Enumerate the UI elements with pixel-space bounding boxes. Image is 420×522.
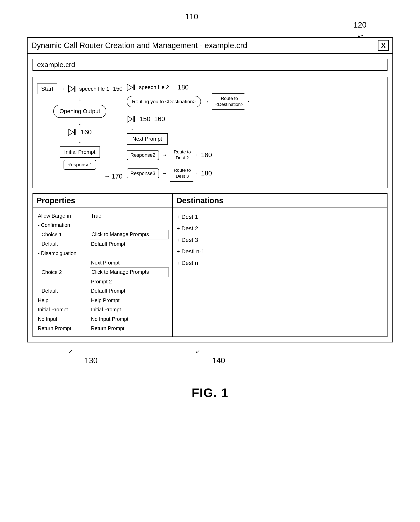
bottom-panels: Properties Allow Barge-in True - Confirm… — [32, 193, 388, 337]
arrow-start-icon: → — [60, 85, 66, 92]
ref-180b: 180 — [201, 151, 212, 159]
speech-file-1-label: speech file 1 — [79, 86, 109, 92]
prop-row-disambiguation: - Disambiguation — [37, 249, 169, 258]
arrow-response1-icon: → — [104, 173, 110, 180]
response1-node: Response1 — [64, 160, 96, 170]
ref-140: 140 — [212, 356, 225, 365]
dest-item-1[interactable]: + Dest 1 — [176, 211, 383, 223]
fig-label: FIG. 1 — [192, 386, 229, 400]
prop-value-help: Help Prompt — [90, 296, 168, 305]
arrow-130-icon: ↙ — [68, 348, 73, 355]
next-prompt-row: 150 160 — [127, 115, 383, 123]
svg-marker-0 — [69, 85, 74, 92]
flow-container: Start → speech file 1 — [37, 84, 383, 182]
prop-label-help: Help — [37, 296, 90, 305]
ref-130: 130 — [84, 356, 98, 365]
prop-row-help: Help Help Prompt — [37, 296, 169, 305]
routing-row: Routing you to <Destination> → Route to<… — [127, 93, 383, 110]
prop-value-choice2[interactable]: Click to Manage Prompts — [90, 268, 168, 277]
prop-value-prompt2: Prompt 2 — [90, 277, 168, 286]
play-icon-1 — [68, 85, 77, 92]
dest-item-2[interactable]: + Dest 2 — [176, 223, 383, 234]
down-arrow-2-icon: ↓ — [78, 120, 81, 126]
response2-route-row: Response2 → Route toDest 2 180 — [127, 147, 383, 163]
route-dest3-node: Route toDest 3 — [170, 165, 196, 182]
prop-value-next-prompt: Next Prompt — [90, 258, 168, 268]
ref-numbers-bottom: ↙ 130 ↙ 140 — [27, 345, 393, 369]
down-arrow-4-icon: ↓ — [127, 125, 383, 131]
close-button[interactable]: X — [378, 40, 389, 51]
play-icon-3 — [127, 84, 135, 91]
flow-area: Start → speech file 1 — [32, 77, 388, 188]
arrow-routing-icon: → — [203, 98, 209, 105]
prop-label-no-input: No Input — [37, 315, 90, 324]
prop-row-default1: Default Default Prompt — [37, 239, 169, 249]
prop-label-disambiguation: - Disambiguation — [37, 249, 90, 258]
window-titlebar: Dynamic Call Router Creation and Managem… — [28, 38, 392, 54]
arrow-140-icon: ↙ — [196, 348, 200, 355]
properties-header: Properties — [33, 194, 172, 208]
response3-node: Response3 — [127, 169, 159, 178]
svg-marker-9 — [127, 116, 132, 122]
prop-label-initial: Initial Prompt — [37, 305, 90, 315]
prop-value-barge-in: True — [90, 211, 168, 221]
ref-120: 120 — [354, 21, 367, 29]
ref-170: 170 — [112, 173, 122, 180]
svg-marker-6 — [127, 84, 132, 91]
ref-160b: 160 — [154, 115, 165, 123]
ref-160a: 160 — [81, 128, 92, 136]
page-wrapper: 110 120 ↙ Dynamic Call Router Creation a… — [16, 12, 404, 400]
prop-label-prompt2 — [37, 277, 90, 286]
response1-arrow-row: → 170 — [104, 173, 122, 180]
dest-item-5[interactable]: + Dest n — [176, 257, 383, 269]
prop-label-confirmation: - Confirmation — [37, 221, 90, 230]
play-icon-4 — [127, 115, 135, 123]
destinations-panel: Destinations + Dest 1 + Dest 2 + Dest 3 … — [173, 194, 387, 337]
routing-oval: Routing you to <Destination> — [127, 96, 201, 107]
ref-150b: 150 — [139, 115, 150, 123]
prop-value-default1: Default Prompt — [90, 239, 168, 249]
ref-180a: 180 — [178, 84, 189, 91]
arrow-resp2-icon: → — [161, 152, 167, 158]
dest-item-4[interactable]: + Desti n-1 — [176, 246, 383, 257]
opening-output-node: Opening Output — [53, 105, 106, 118]
prop-label-next-prompt — [37, 258, 90, 268]
start-button[interactable]: Start — [37, 84, 57, 94]
destinations-header: Destinations — [173, 194, 387, 208]
prop-value-confirmation — [90, 221, 168, 230]
prop-row-choice2: Choice 2 Click to Manage Prompts — [37, 268, 169, 277]
prop-row-no-input: No Input No Input Prompt — [37, 315, 169, 324]
prop-value-no-input: No Input Prompt — [90, 315, 168, 324]
prop-row-prompt2: Prompt 2 — [37, 277, 169, 286]
arrow-resp3-icon: → — [161, 170, 167, 177]
prop-row-default2: Default Default Prompt — [37, 286, 169, 296]
right-section: speech file 2 180 Routing you to <Destin… — [127, 84, 383, 182]
ref-numbers-top: 110 120 ↙ — [16, 12, 404, 37]
dest-item-3[interactable]: + Dest 3 — [176, 234, 383, 246]
response3-route-row: Response3 → Route toDest 3 180 — [127, 165, 383, 182]
initial-prompt-node: Initial Prompt — [60, 146, 100, 158]
prop-value-default2: Default Prompt — [90, 286, 168, 296]
properties-table: Allow Barge-in True - Confirmation Choic… — [37, 211, 169, 333]
window-content: example.crd Start → — [28, 54, 392, 342]
prop-label-choice1: Choice 1 — [37, 230, 90, 239]
prop-label-default2: Default — [37, 286, 90, 296]
window-title: Dynamic Call Router Creation and Managem… — [31, 41, 247, 50]
speech-file-2-label: speech file 2 — [139, 84, 169, 91]
prompt-responses: Response2 → Route toDest 2 180 Response3… — [127, 147, 383, 182]
prop-label-barge-in: Allow Barge-in — [37, 211, 90, 221]
down-arrow-1-icon: ↓ — [78, 96, 81, 103]
prop-value-disambiguation — [90, 249, 168, 258]
prop-row-return: Return Prompt Return Prompt — [37, 324, 169, 333]
prop-label-choice2: Choice 2 — [37, 268, 90, 277]
next-prompt-node: Next Prompt — [127, 133, 168, 145]
prop-row-initial: Initial Prompt Initial Prompt — [37, 305, 169, 315]
down-arrow-3-icon: ↓ — [78, 138, 81, 144]
prop-row-choice1: Choice 1 Click to Manage Prompts — [37, 230, 169, 239]
prop-row-barge-in: Allow Barge-in True — [37, 211, 169, 221]
play-icon-2 — [68, 129, 76, 136]
prop-value-choice1[interactable]: Click to Manage Prompts — [90, 230, 168, 239]
destinations-list: + Dest 1 + Dest 2 + Dest 3 + Desti n-1 +… — [173, 208, 387, 272]
prop-value-return: Return Prompt — [90, 324, 168, 333]
response2-node: Response2 — [127, 150, 159, 160]
